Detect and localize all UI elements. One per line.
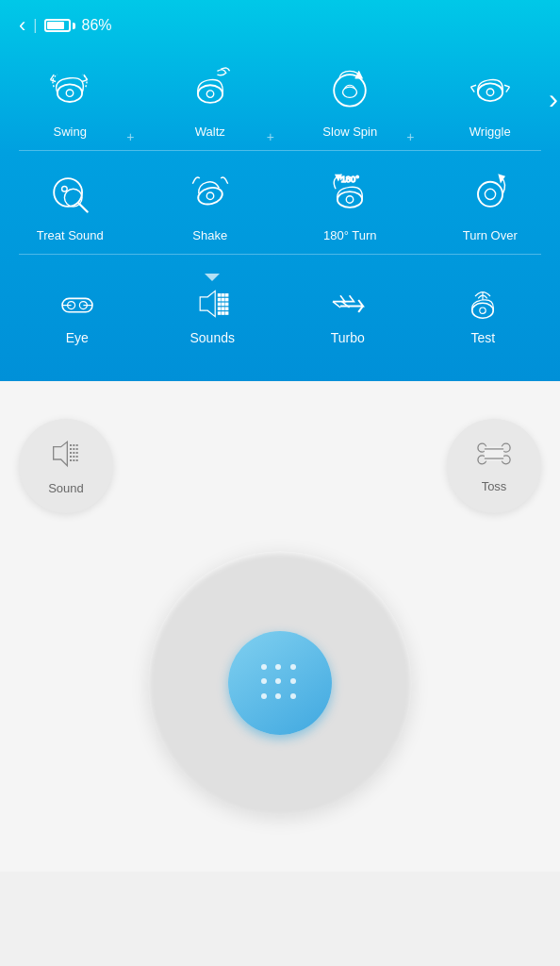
waltz-plus: + [267, 129, 274, 144]
svg-rect-29 [226, 294, 228, 296]
slow-spin-plus: + [406, 129, 414, 144]
svg-marker-26 [200, 291, 215, 316]
action-shake[interactable]: Shake [140, 151, 281, 254]
mode-tabs: Eye [0, 264, 560, 362]
shake-label: Shake [192, 228, 227, 242]
actions-row-2: Treat Sound Shake 180° [0, 151, 560, 254]
joystick-dot [290, 664, 296, 670]
svg-rect-52 [70, 452, 72, 454]
joystick-dot [290, 693, 296, 699]
svg-marker-45 [54, 441, 68, 465]
sound-button-label: Sound [48, 481, 84, 495]
toss-button-label: Toss [482, 479, 507, 493]
action-turn-over[interactable]: Turn Over [420, 151, 561, 254]
svg-rect-38 [226, 308, 228, 309]
action-180-turn[interactable]: 180° 180° Turn [280, 151, 420, 254]
eye-tab-label: Eye [66, 330, 89, 345]
next-page-arrow[interactable]: › [549, 83, 558, 115]
180-turn-label: 180° Turn [323, 228, 377, 242]
svg-rect-40 [222, 312, 224, 314]
svg-rect-60 [76, 459, 78, 461]
action-slow-spin[interactable]: Slow Spin + [280, 47, 420, 150]
svg-rect-34 [222, 303, 224, 305]
swing-label: Swing [54, 125, 87, 139]
battery-info: 86% [44, 17, 111, 34]
svg-point-7 [486, 89, 493, 95]
sound-button-icon [47, 437, 85, 477]
bottom-section: Sound Toss [0, 381, 560, 872]
svg-rect-48 [76, 444, 78, 446]
mode-tab-sounds[interactable]: Sounds [145, 274, 281, 353]
slow-spin-label: Slow Spin [322, 125, 377, 139]
toss-button[interactable]: Toss [447, 419, 541, 513]
action-waltz[interactable]: Waltz + [140, 47, 281, 150]
battery-fill [47, 22, 64, 29]
svg-point-6 [478, 83, 502, 101]
mode-tab-eye[interactable]: Eye [9, 274, 145, 353]
swing-plus: + [126, 129, 134, 144]
svg-rect-28 [222, 294, 224, 296]
sounds-tab-label: Sounds [190, 330, 235, 345]
joystick-dot [261, 693, 267, 699]
svg-point-19 [485, 189, 495, 199]
test-tab-label: Test [470, 330, 495, 345]
svg-rect-32 [226, 298, 228, 300]
180-turn-icon: 180° [320, 162, 380, 223]
svg-point-2 [198, 85, 222, 103]
svg-point-11 [62, 186, 68, 192]
svg-rect-58 [70, 459, 72, 461]
action-swing[interactable]: Swing + [0, 47, 140, 150]
action-wriggle[interactable]: Wriggle [420, 47, 561, 150]
eye-mode-icon [51, 281, 104, 326]
waltz-icon [180, 58, 240, 119]
svg-rect-37 [222, 308, 224, 309]
sounds-mode-icon [186, 281, 239, 326]
top-section: ‹ | 86% [0, 0, 560, 381]
joystick-knob[interactable] [228, 631, 332, 735]
joystick-dot [261, 664, 267, 670]
svg-rect-57 [76, 456, 78, 458]
svg-point-16 [347, 196, 354, 203]
svg-rect-53 [73, 452, 74, 454]
svg-point-1 [67, 90, 74, 96]
svg-point-3 [206, 91, 213, 97]
swing-icon [40, 58, 100, 119]
control-buttons: Sound Toss [19, 419, 541, 513]
svg-line-10 [79, 203, 88, 211]
svg-rect-49 [70, 448, 72, 450]
svg-point-13 [206, 192, 213, 199]
treat-sound-label: Treat Sound [37, 228, 104, 242]
svg-rect-35 [226, 303, 228, 305]
svg-rect-55 [70, 456, 72, 458]
actions-row-1: Swing + Waltz + [0, 47, 560, 150]
treat-sound-icon [40, 162, 100, 223]
sound-button[interactable]: Sound [19, 419, 113, 513]
battery-percentage: 86% [81, 17, 111, 34]
battery-tip [73, 23, 75, 29]
joystick-container[interactable] [148, 551, 412, 815]
svg-rect-36 [219, 308, 221, 309]
test-mode-icon [456, 281, 509, 326]
svg-point-12 [196, 185, 224, 207]
svg-rect-56 [73, 456, 74, 458]
slow-spin-icon [320, 58, 380, 119]
svg-rect-47 [73, 444, 74, 446]
toss-button-icon [476, 439, 512, 475]
turn-over-label: Turn Over [463, 228, 518, 242]
joystick-dots [261, 664, 299, 702]
turn-over-icon [460, 162, 520, 223]
back-button[interactable]: ‹ [19, 13, 25, 38]
mode-tab-turbo[interactable]: Turbo [280, 274, 416, 353]
svg-rect-51 [76, 448, 78, 450]
waltz-label: Waltz [195, 125, 225, 139]
svg-rect-33 [219, 303, 221, 305]
mode-tab-test[interactable]: Test [416, 274, 552, 353]
svg-text:180°: 180° [341, 175, 360, 184]
svg-rect-46 [70, 444, 72, 446]
row-divider-2 [19, 254, 541, 255]
svg-point-42 [472, 303, 493, 318]
joystick-dot [290, 678, 296, 684]
action-treat-sound[interactable]: Treat Sound [0, 151, 140, 254]
svg-rect-30 [219, 298, 221, 300]
svg-rect-54 [76, 452, 78, 454]
